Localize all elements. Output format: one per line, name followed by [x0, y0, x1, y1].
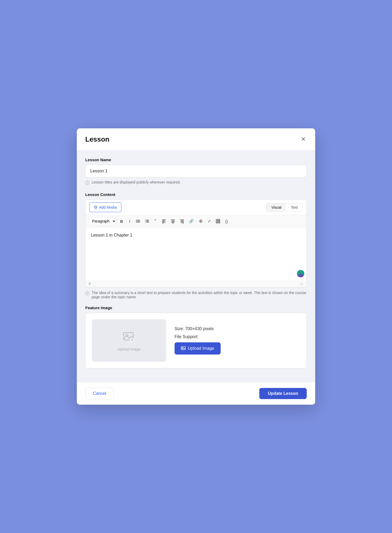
strikethrough-button[interactable]: [197, 218, 205, 224]
svg-rect-25: [200, 220, 202, 220]
content-hint: ⓘ The idea of a summary is a short text …: [85, 291, 307, 299]
lesson-content-label: Lesson Content: [85, 192, 307, 197]
image-size-text: Size: 700×430 pixels: [175, 326, 221, 331]
info-icon: ⓘ: [85, 180, 90, 186]
svg-rect-19: [172, 223, 174, 223]
image-preview-area[interactable]: Upload image: [92, 319, 166, 362]
svg-rect-18: [171, 222, 175, 222]
link-button[interactable]: 🔗: [187, 218, 196, 225]
modal-overlay: Lesson ✕ Lesson Name ⓘ Lesson titles are…: [0, 0, 392, 533]
svg-rect-21: [181, 221, 184, 221]
lesson-modal: Lesson ✕ Lesson Name ⓘ Lesson titles are…: [77, 128, 315, 405]
upload-image-button[interactable]: Upload Image: [175, 342, 221, 355]
feature-image-label: Feature Image: [85, 305, 307, 310]
file-support-text: File Support:: [175, 334, 221, 339]
feature-image-box: Upload image Size: 700×430 pixels File S…: [85, 313, 307, 368]
add-media-label: Add Media: [99, 205, 117, 209]
lesson-name-hint: ⓘ Lesson titles are displayed publicly w…: [85, 180, 307, 186]
lesson-name-group: Lesson Name ⓘ Lesson titles are displaye…: [85, 158, 307, 186]
content-hint-text: The idea of a summary is a short text to…: [92, 291, 307, 299]
fullscreen-button[interactable]: ⤢: [206, 218, 213, 225]
lesson-name-label: Lesson Name: [85, 158, 307, 162]
table-button[interactable]: [214, 218, 222, 224]
svg-point-4: [136, 221, 137, 222]
svg-rect-14: [162, 222, 166, 222]
upload-image-icon: [181, 346, 186, 351]
close-button[interactable]: ✕: [300, 135, 307, 144]
svg-rect-17: [172, 221, 174, 221]
bold-button[interactable]: B: [118, 218, 125, 225]
align-center-button[interactable]: [169, 218, 177, 224]
italic-button[interactable]: I: [126, 218, 133, 225]
editor-content-area[interactable]: Lesson 1 in Chapter 1: [86, 228, 306, 281]
unordered-list-button[interactable]: [134, 218, 142, 224]
text-tab[interactable]: Text: [286, 203, 302, 211]
svg-rect-24: [199, 221, 203, 221]
editor-top-bar: ⚙ Add Media Visual Text: [86, 200, 306, 215]
svg-rect-20: [180, 220, 184, 220]
info-icon-content: ⓘ: [85, 291, 90, 296]
upload-image-label: Upload Image: [188, 346, 214, 351]
lesson-content-group: Lesson Content ⚙ Add Media Visual Text: [85, 192, 307, 299]
editor-text: Lesson 1 in Chapter 1: [91, 233, 132, 237]
visual-tab[interactable]: Visual: [266, 203, 286, 211]
svg-rect-2: [137, 222, 140, 222]
lesson-name-hint-text: Lesson titles are displayed publicly whe…: [92, 180, 181, 184]
svg-rect-15: [162, 223, 164, 223]
cancel-button[interactable]: Cancel: [85, 388, 114, 399]
svg-rect-23: [182, 223, 184, 223]
svg-rect-1: [137, 221, 140, 221]
svg-rect-22: [180, 222, 184, 222]
editor-container: ⚙ Add Media Visual Text Paragraph Headin…: [85, 199, 307, 287]
align-left-button[interactable]: [160, 218, 168, 224]
add-media-button[interactable]: ⚙ Add Media: [89, 202, 121, 212]
svg-rect-0: [137, 220, 140, 220]
editor-status-bar: P ⤡: [86, 281, 306, 287]
svg-rect-7: [146, 221, 149, 221]
modal-footer: Cancel Update Lesson: [77, 382, 315, 405]
image-info: Size: 700×430 pixels File Support: Uploa: [175, 326, 221, 355]
modal-header: Lesson ✕: [77, 128, 315, 150]
grammarly-icon: [297, 270, 304, 277]
editor-toolbar: Paragraph Heading 1 Heading 2 Heading 3 …: [86, 215, 306, 228]
code-button[interactable]: {}: [223, 218, 230, 225]
view-toggle: Visual Text: [266, 203, 303, 212]
svg-rect-16: [171, 220, 175, 220]
svg-rect-8: [146, 222, 149, 222]
modal-body: Lesson Name ⓘ Lesson titles are displaye…: [77, 150, 315, 382]
resize-handle[interactable]: ⤡: [300, 282, 303, 286]
svg-rect-27: [216, 219, 220, 223]
modal-title: Lesson: [85, 135, 109, 143]
svg-rect-13: [162, 221, 165, 221]
svg-point-5: [136, 222, 137, 223]
add-media-icon: ⚙: [94, 205, 97, 210]
svg-text:3: 3: [145, 221, 146, 223]
svg-point-3: [136, 220, 137, 221]
svg-rect-12: [162, 220, 166, 220]
lesson-name-input[interactable]: [85, 165, 307, 177]
blockquote-button[interactable]: ": [152, 217, 159, 225]
update-lesson-button[interactable]: Update Lesson: [259, 388, 307, 399]
image-placeholder-icon: [123, 330, 135, 345]
feature-image-group: Feature Image: [85, 305, 307, 368]
editor-tag: P: [89, 282, 91, 286]
svg-rect-26: [200, 222, 202, 222]
align-right-button[interactable]: [178, 218, 186, 224]
ordered-list-button[interactable]: 123: [143, 218, 151, 224]
upload-placeholder-label: Upload image: [118, 347, 140, 351]
close-icon: ✕: [301, 136, 306, 143]
paragraph-select[interactable]: Paragraph Heading 1 Heading 2 Heading 3: [89, 217, 116, 225]
svg-rect-6: [146, 220, 149, 220]
